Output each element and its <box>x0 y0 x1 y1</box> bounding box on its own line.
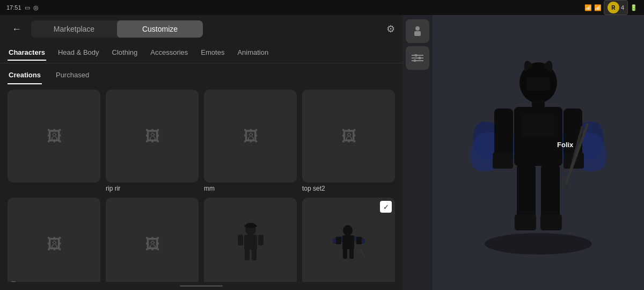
item-label-top-set2: top set2 <box>302 185 325 192</box>
character-container: Folix <box>463 40 613 265</box>
svg-rect-6 <box>245 249 250 260</box>
status-right: 📶 📶 R 4 🔋 <box>584 0 638 15</box>
time-display: 17:51 <box>6 4 21 11</box>
status-left: 17:51 ▭ ◎ <box>6 4 39 11</box>
avatar-preview-button[interactable] <box>406 19 429 43</box>
list-item: ✓ XZ <box>302 198 395 282</box>
character-preview-svg: Folix <box>463 40 613 265</box>
character-mini-icon <box>412 25 423 37</box>
status-bar: 17:51 ▭ ◎ 📶 📶 R 4 🔋 <box>0 0 644 15</box>
grid-card-empty1[interactable]: 🖼 <box>8 90 100 183</box>
svg-rect-40 <box>540 214 562 230</box>
image-placeholder-icon: 🖼 <box>47 235 62 253</box>
scroll-indicator <box>180 285 223 287</box>
tab-marketplace[interactable]: Marketplace <box>31 20 117 38</box>
subtab-purchased[interactable]: Purchased <box>55 68 90 84</box>
robux-count: 4 <box>621 4 624 11</box>
image-placeholder-icon: 🖼 <box>341 127 356 145</box>
list-item: 🖼 blue monster <box>106 198 199 282</box>
grid-card-rip-rir[interactable]: 🖼 <box>106 90 199 183</box>
category-animation[interactable]: Animation <box>236 45 269 61</box>
robux-icon: R <box>608 2 619 13</box>
svg-rect-37 <box>517 165 536 219</box>
category-nav: Characters Head & Body Clothing Accessor… <box>0 43 402 63</box>
svg-rect-27 <box>526 77 550 91</box>
svg-rect-12 <box>336 237 341 244</box>
tab-customize[interactable]: Customize <box>117 20 203 38</box>
item-label-rip-rir: rip rir <box>106 185 120 192</box>
svg-rect-38 <box>541 165 560 219</box>
grid-card-blue-monster[interactable]: 🖼 <box>106 198 199 282</box>
list-item: 🖼 mm <box>204 90 297 192</box>
character-name-text: Folix <box>557 141 574 149</box>
svg-point-22 <box>419 57 421 60</box>
svg-rect-4 <box>238 235 243 245</box>
svg-point-24 <box>414 60 416 62</box>
header: ← Marketplace Customize ⚙ <box>0 15 402 43</box>
svg-point-17 <box>415 26 420 31</box>
svg-point-25 <box>485 233 592 255</box>
battery-icon: 🔋 <box>630 4 638 11</box>
character-svg-xz <box>333 223 365 266</box>
record-icon: ◎ <box>33 4 39 11</box>
grid-row-1: 🖼 🖼 rip rir 🖼 mm <box>8 90 395 192</box>
grid-card-mm[interactable]: 🖼 <box>204 90 297 183</box>
selected-checkmark: ✓ <box>380 201 392 213</box>
settings-button[interactable]: ⚙ <box>386 23 395 35</box>
svg-point-8 <box>343 225 353 236</box>
item-label-mm: mm <box>204 185 215 192</box>
image-placeholder-icon: 🖼 <box>243 127 258 145</box>
list-item: 🖼 <box>8 90 100 192</box>
list-item: 🖼 rip rir <box>106 90 199 192</box>
avatar-icon: ⊡ <box>11 280 16 282</box>
robux-badge: R 4 <box>604 0 628 15</box>
grid-card-top-set[interactable]: 🖼 ⊡ <box>8 198 100 282</box>
back-button[interactable]: ← <box>8 21 26 37</box>
svg-rect-5 <box>258 235 264 245</box>
signal-icon: 📶 <box>594 4 602 11</box>
grid-card-top-set2[interactable]: 🖼 <box>302 90 395 183</box>
svg-rect-39 <box>515 214 536 230</box>
header-tabs: Marketplace Customize <box>31 20 203 38</box>
main-layout: ← Marketplace Customize ⚙ Characters Hea… <box>0 15 644 290</box>
svg-rect-30 <box>522 115 554 136</box>
grid-row-2: 🖼 ⊡ top set 🖼 blue monster <box>8 198 395 282</box>
sub-tabs: Creations Purchased <box>0 63 402 84</box>
grid-card-xz[interactable]: ✓ <box>302 198 395 282</box>
right-panel: Folix <box>402 15 644 290</box>
grid-area: 🖼 🖼 rip rir 🖼 mm <box>0 84 402 282</box>
list-item: toppp <box>204 198 297 282</box>
svg-rect-18 <box>414 31 421 36</box>
left-panel: ← Marketplace Customize ⚙ Characters Hea… <box>0 15 402 290</box>
wifi-icon: 📶 <box>584 4 592 11</box>
svg-rect-28 <box>532 100 545 107</box>
svg-rect-15 <box>349 248 354 259</box>
svg-rect-16 <box>360 249 365 261</box>
svg-point-20 <box>415 54 418 57</box>
svg-rect-14 <box>343 248 347 259</box>
screen-icon: ▭ <box>25 4 30 11</box>
subtab-creations[interactable]: Creations <box>8 68 42 84</box>
category-clothing[interactable]: Clothing <box>111 45 139 61</box>
list-item: 🖼 ⊡ top set <box>8 198 100 282</box>
character-svg-toppp <box>235 223 267 266</box>
svg-rect-13 <box>356 237 362 244</box>
filter-button[interactable] <box>406 46 429 70</box>
category-characters[interactable]: Characters <box>8 45 46 61</box>
preview-area: Folix <box>433 15 644 290</box>
category-accessories[interactable]: Accessories <box>149 45 189 61</box>
image-placeholder-icon: 🖼 <box>145 127 160 145</box>
image-placeholder-icon: 🖼 <box>47 127 62 145</box>
filter-icon <box>412 54 423 62</box>
image-placeholder-icon: 🖼 <box>145 235 160 253</box>
side-icons <box>402 15 433 290</box>
category-emotes[interactable]: Emotes <box>200 45 225 61</box>
svg-rect-7 <box>252 249 257 260</box>
svg-rect-31 <box>494 108 513 157</box>
svg-rect-2 <box>244 225 257 227</box>
grid-card-toppp[interactable] <box>204 198 297 282</box>
category-head-body[interactable]: Head & Body <box>57 45 100 61</box>
svg-rect-32 <box>493 153 513 169</box>
svg-rect-3 <box>244 235 257 250</box>
list-item: 🖼 top set2 <box>302 90 395 192</box>
